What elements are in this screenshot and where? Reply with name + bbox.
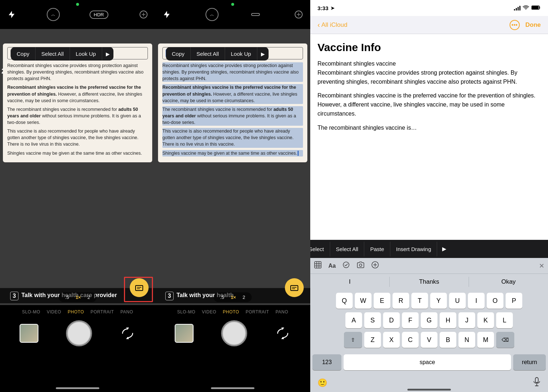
zoom-1x[interactable]: 1× xyxy=(72,294,84,301)
mode-pano-2[interactable]: PANO xyxy=(275,309,288,314)
live-text-button-2[interactable] xyxy=(285,278,304,297)
copy-button[interactable]: Copy xyxy=(11,47,36,61)
predict-i[interactable]: I xyxy=(310,275,389,288)
wifi-icon xyxy=(523,5,529,11)
key-y[interactable]: Y xyxy=(430,293,447,309)
mode-photo-2[interactable]: PHOTO xyxy=(223,309,239,314)
thumbnail-1[interactable] xyxy=(20,324,38,343)
back-button[interactable]: ‹ All iCloud xyxy=(317,21,347,29)
shutter-button-1[interactable] xyxy=(66,320,92,346)
key-p[interactable]: P xyxy=(506,293,522,309)
predict-thanks[interactable]: Thanks xyxy=(390,275,469,288)
numbers-key[interactable]: 123 xyxy=(312,354,341,370)
key-v[interactable]: V xyxy=(421,332,437,348)
keyboard-toolbar: Aa xyxy=(310,258,548,274)
notes-body[interactable]: Recombinant shingles vaccineRecombinant … xyxy=(317,59,541,133)
menu-more-arrow[interactable]: ▶ xyxy=(102,47,113,61)
select-all-button-2[interactable]: Select All xyxy=(191,47,225,61)
key-d[interactable]: D xyxy=(383,312,400,328)
delete-key[interactable]: ⌫ xyxy=(496,332,514,348)
menu-more-arrow-2[interactable]: ▶ xyxy=(257,47,269,61)
key-s[interactable]: S xyxy=(364,312,381,328)
key-l[interactable]: L xyxy=(496,312,513,328)
key-x[interactable]: X xyxy=(383,332,400,348)
space-key[interactable]: space xyxy=(344,354,511,370)
paste-button[interactable]: Paste xyxy=(364,242,390,257)
key-h[interactable]: H xyxy=(440,312,456,328)
insert-drawing-button[interactable]: Insert Drawing xyxy=(390,242,437,257)
camera-panel-2: ︿ Copy Select All Look Up ▶ 2 Recombinan… xyxy=(155,0,310,392)
key-i[interactable]: I xyxy=(468,293,485,309)
select-all-button-notes[interactable]: Select All xyxy=(330,242,365,257)
mode-pano-1[interactable]: PANO xyxy=(120,309,133,314)
format-text-icon[interactable]: Aa xyxy=(328,263,336,269)
hdr-button-2[interactable] xyxy=(251,13,260,16)
key-g[interactable]: G xyxy=(421,312,437,328)
select-all-button[interactable]: Select All xyxy=(36,47,70,61)
live-photo-icon[interactable] xyxy=(138,9,149,20)
checklist-icon[interactable] xyxy=(342,261,350,271)
key-u[interactable]: U xyxy=(449,293,466,309)
zoom2-1x[interactable]: 1× xyxy=(228,294,239,301)
key-j[interactable]: J xyxy=(458,312,475,328)
key-z[interactable]: Z xyxy=(364,332,381,348)
flip-camera-1[interactable] xyxy=(120,325,136,341)
thumbnail-2[interactable] xyxy=(175,324,194,343)
zoom-2[interactable]: 2 xyxy=(84,294,93,301)
return-key[interactable]: return xyxy=(513,354,546,370)
key-k[interactable]: K xyxy=(477,312,494,328)
predict-okay[interactable]: Okay xyxy=(469,275,548,288)
camera-icon[interactable] xyxy=(357,261,365,270)
zoom-0.5[interactable]: .5 xyxy=(62,294,72,301)
key-m[interactable]: M xyxy=(477,332,494,348)
mode-portrait-2[interactable]: PORTRAIT xyxy=(246,309,269,314)
chevron-up-icon-2[interactable]: ︿ xyxy=(206,8,219,21)
live-photo-icon-2[interactable] xyxy=(293,9,304,20)
shift-key[interactable]: ⇧ xyxy=(344,332,362,348)
shutter-button-2[interactable] xyxy=(221,320,247,346)
key-w[interactable]: W xyxy=(355,293,371,309)
key-t[interactable]: T xyxy=(411,293,428,309)
flash-icon[interactable] xyxy=(6,9,17,20)
key-f[interactable]: F xyxy=(402,312,419,328)
key-o[interactable]: O xyxy=(487,293,503,309)
mode-video-1[interactable]: VIDEO xyxy=(47,309,61,314)
look-up-button[interactable]: Look Up xyxy=(70,47,102,61)
key-e[interactable]: E xyxy=(374,293,390,309)
look-up-button-2[interactable]: Look Up xyxy=(225,47,257,61)
key-c[interactable]: C xyxy=(402,332,419,348)
microphone-button[interactable] xyxy=(533,377,541,389)
done-button[interactable]: Done xyxy=(526,21,541,29)
zoom2-0.5[interactable]: .5 xyxy=(217,294,227,301)
flash-icon-2[interactable] xyxy=(161,9,173,20)
key-n[interactable]: N xyxy=(458,332,475,348)
add-icon[interactable] xyxy=(371,261,379,271)
mode-portrait-1[interactable]: PORTRAIT xyxy=(91,309,114,314)
camera-controls-1 xyxy=(0,317,155,352)
key-b[interactable]: B xyxy=(440,332,456,348)
back-label[interactable]: All iCloud xyxy=(321,21,348,29)
chevron-up-icon[interactable]: ︿ xyxy=(47,8,60,21)
vaccine-para-1-1: Recombinant shingles vaccine is the pref… xyxy=(7,84,148,104)
key-q[interactable]: Q xyxy=(336,293,353,309)
key-a[interactable]: A xyxy=(345,312,362,328)
svg-marker-0 xyxy=(9,11,14,18)
hdr-button[interactable]: HDR xyxy=(90,11,108,19)
mode-video-2[interactable]: VIDEO xyxy=(202,309,216,314)
svg-rect-4 xyxy=(136,285,143,291)
toolbar-more-arrow[interactable]: ▶ xyxy=(439,241,450,257)
mode-slomo-2[interactable]: SLO-MO xyxy=(177,309,195,314)
key-r[interactable]: R xyxy=(393,293,409,309)
copy-button-2[interactable]: Copy xyxy=(166,47,191,61)
table-icon[interactable] xyxy=(314,261,322,271)
select-button[interactable]: Select xyxy=(310,242,330,257)
mode-photo-1[interactable]: PHOTO xyxy=(68,309,84,314)
status-time: 3:33 ➤ xyxy=(317,5,335,11)
emoji-button[interactable]: 🙂 xyxy=(317,378,327,388)
live-text-button-1[interactable] xyxy=(130,278,149,297)
keyboard-close-icon[interactable]: ✕ xyxy=(539,262,544,270)
zoom2-2[interactable]: 2 xyxy=(240,294,248,301)
flip-camera-2[interactable] xyxy=(275,325,291,341)
more-options-button[interactable]: ••• xyxy=(510,20,520,30)
mode-slomo-1[interactable]: SLO-MO xyxy=(22,309,40,314)
